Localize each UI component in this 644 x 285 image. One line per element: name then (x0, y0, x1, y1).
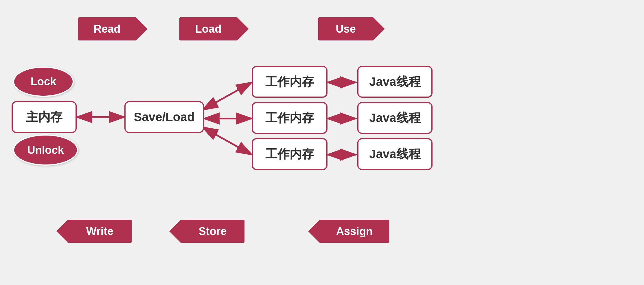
java-thread-3-box: Java线程 (357, 138, 433, 170)
work-mem-2-box: 工作内存 (252, 102, 327, 134)
main-memory-box: 主内存 (12, 101, 77, 133)
unlock-label: Unlock (27, 144, 64, 156)
load-label: Load (195, 23, 222, 35)
svg-line-6 (203, 82, 252, 110)
save-load-box: Save/Load (124, 101, 204, 133)
work-mem-1-label: 工作内存 (265, 74, 314, 90)
use-arrow: Use (318, 17, 373, 40)
store-arrow: Store (169, 220, 244, 243)
read-arrow: Read (78, 17, 136, 40)
write-arrow: Write (56, 220, 132, 243)
use-label: Use (336, 23, 356, 35)
diagram-container: Read Load Use Write Store Assign (0, 0, 644, 285)
read-label: Read (94, 23, 121, 35)
work-mem-3-box: 工作内存 (252, 138, 327, 170)
load-arrow: Load (179, 17, 237, 40)
store-label: Store (198, 225, 227, 238)
unlock-oval: Unlock (13, 134, 78, 166)
java-thread-1-label: Java线程 (369, 74, 420, 90)
java-thread-1-box: Java线程 (357, 66, 433, 98)
lock-label: Lock (31, 75, 56, 88)
main-memory-label: 主内存 (26, 109, 62, 125)
java-thread-3-label: Java线程 (369, 146, 420, 162)
write-label: Write (86, 225, 113, 238)
svg-line-7 (203, 127, 252, 155)
lock-oval: Lock (13, 66, 74, 97)
java-thread-2-label: Java线程 (369, 110, 420, 126)
save-load-label: Save/Load (134, 110, 194, 124)
work-mem-3-label: 工作内存 (265, 146, 314, 162)
work-mem-2-label: 工作内存 (265, 110, 314, 126)
java-thread-2-box: Java线程 (357, 102, 433, 134)
work-mem-1-box: 工作内存 (252, 66, 327, 98)
assign-label: Assign (336, 225, 373, 238)
assign-arrow: Assign (308, 220, 389, 243)
